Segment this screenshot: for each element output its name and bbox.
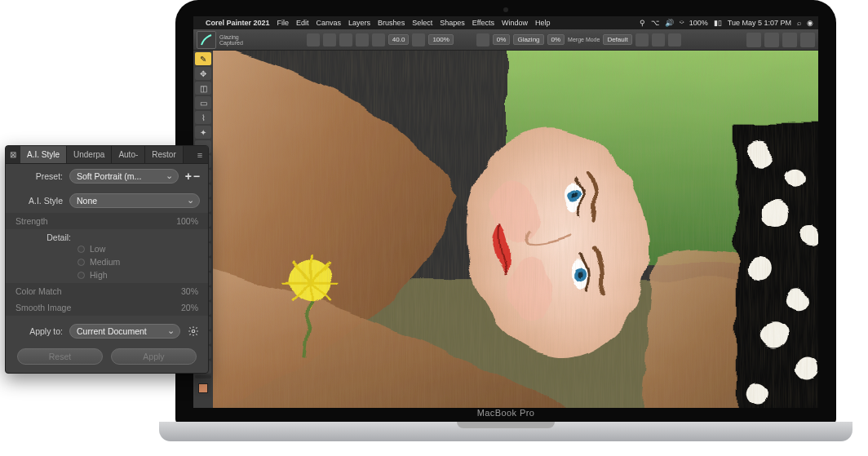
menu-shapes[interactable]: Shapes	[440, 19, 465, 27]
battery-icon[interactable]: ▮▯	[714, 19, 722, 27]
laptop-base	[159, 422, 852, 441]
preset-add-icon[interactable]: +	[185, 170, 192, 183]
quick-brush-icon[interactable]	[800, 33, 815, 47]
brush-name: Captured	[219, 40, 243, 46]
volume-icon[interactable]: 🔊	[665, 19, 674, 27]
tab-ai-style[interactable]: A.I. Style	[20, 146, 67, 163]
color-swatch[interactable]	[195, 380, 211, 396]
search-icon[interactable]: ⌕	[797, 19, 801, 27]
portrait-artwork	[213, 51, 818, 408]
detail-high[interactable]: High	[78, 270, 208, 280]
app-screen: Corel Painter 2021 File Edit Canvas Laye…	[193, 16, 818, 408]
property-bar: Glazing Captured 40.0 100% 0% Glazing 0%	[193, 29, 818, 51]
brush-category-label: Glazing	[219, 34, 243, 40]
merge-opt3[interactable]	[668, 33, 681, 46]
style-row: A.I. Style None	[6, 188, 208, 213]
spacing-icon[interactable]	[356, 33, 369, 46]
reset-button[interactable]: Reset	[17, 348, 103, 365]
menu-layers[interactable]: Layers	[348, 19, 370, 27]
preset-label: Preset:	[14, 171, 63, 181]
preset-row: Preset: Soft Portrait (m... + −	[6, 164, 208, 188]
angle-icon[interactable]	[372, 33, 385, 46]
menu-window[interactable]: Window	[502, 19, 528, 27]
opacity-icon[interactable]	[412, 33, 425, 46]
siri-icon[interactable]: ◉	[807, 19, 813, 27]
toolbar-quick-icons	[746, 33, 815, 47]
tab-underpainting[interactable]: Underpa	[67, 146, 112, 163]
spotlight-icon[interactable]: ⚲	[640, 19, 645, 27]
detail-medium[interactable]: Medium	[78, 257, 208, 267]
gear-icon[interactable]	[187, 325, 200, 338]
strength-value: 100%	[176, 216, 198, 226]
tab-restoration[interactable]: Restor	[145, 146, 183, 163]
tool-move[interactable]: ✥	[195, 67, 211, 80]
applyto-select[interactable]: Current Document	[69, 324, 180, 339]
apply-button[interactable]: Apply	[111, 348, 197, 365]
bleed-field[interactable]: 0%	[547, 34, 565, 45]
close-icon[interactable]: ⊠	[6, 146, 20, 163]
tool-lasso[interactable]: ⌇	[195, 111, 211, 124]
canvas[interactable]	[213, 51, 818, 408]
mac-status-area: ⚲ ⌥ 🔊 ⌔ 100% ▮▯ Tue May 5 1:07 PM ⌕ ◉	[640, 19, 813, 27]
style-label: A.I. Style	[14, 196, 63, 206]
menu-select[interactable]: Select	[412, 19, 432, 27]
brush-info[interactable]: Glazing Captured	[219, 34, 243, 46]
quick-save-icon[interactable]	[782, 33, 797, 47]
stroke-icon[interactable]	[323, 33, 336, 46]
laptop-camera	[503, 7, 508, 12]
menu-canvas[interactable]: Canvas	[317, 19, 342, 27]
tool-divider	[195, 375, 211, 379]
detail-row: Detail:	[6, 229, 208, 242]
menu-edit[interactable]: Edit	[296, 19, 309, 27]
wifi-icon[interactable]: ⌔	[680, 19, 684, 27]
resat-icon[interactable]	[476, 33, 489, 46]
smooth-row: Smooth Image 20%	[6, 299, 208, 316]
style-select[interactable]: None	[69, 193, 200, 208]
menu-effects[interactable]: Effects	[472, 19, 494, 27]
merge-mode-select[interactable]: Default	[603, 34, 631, 45]
ai-style-panel[interactable]: ⊠ A.I. Style Underpa Auto- Restor ≡ Pres…	[5, 145, 209, 374]
laptop-brand-label: MacBook Pro	[477, 408, 534, 418]
laptop-mockup: Corel Painter 2021 File Edit Canvas Laye…	[159, 0, 852, 455]
smooth-value: 20%	[181, 303, 198, 312]
radio-icon	[78, 259, 85, 266]
colormatch-value: 30%	[181, 286, 198, 296]
svg-rect-31	[213, 51, 818, 408]
preset-remove-icon[interactable]: −	[193, 170, 200, 183]
preset-select[interactable]: Soft Portrait (m...	[69, 169, 179, 184]
jitter-icon[interactable]	[339, 33, 352, 46]
panel-menu-icon[interactable]: ≡	[192, 146, 208, 163]
brush-category-thumb[interactable]	[197, 31, 216, 49]
dab-icon[interactable]	[307, 33, 320, 46]
colormatch-row: Color Match 30%	[6, 283, 208, 299]
mac-menubar: Corel Painter 2021 File Edit Canvas Laye…	[193, 16, 818, 29]
quick-open-icon[interactable]	[764, 33, 779, 47]
laptop-notch	[457, 422, 555, 428]
wifi-percent: 100%	[689, 19, 708, 27]
merge-opt1[interactable]	[636, 33, 649, 46]
strength-label: Strength	[16, 216, 176, 226]
applyto-label: Apply to:	[14, 326, 63, 336]
detail-low[interactable]: Low	[78, 244, 208, 254]
quick-new-icon[interactable]	[746, 33, 761, 47]
control-center-icon[interactable]: ⌥	[651, 19, 659, 27]
tool-wand[interactable]: ✦	[195, 126, 211, 139]
tab-auto[interactable]: Auto-	[112, 146, 145, 163]
radio-icon	[78, 246, 85, 253]
menu-file[interactable]: File	[277, 19, 290, 27]
tool-crop[interactable]: ◫	[195, 82, 211, 95]
menu-help[interactable]: Help	[535, 19, 551, 27]
size-field[interactable]: 40.0	[388, 34, 410, 45]
detail-radio-group: Low Medium High	[6, 242, 208, 283]
clock: Tue May 5 1:07 PM	[728, 19, 791, 27]
app-name[interactable]: Corel Painter 2021	[206, 19, 270, 27]
merge-opt2[interactable]	[652, 33, 665, 46]
opacity-field[interactable]: 100%	[428, 34, 453, 45]
tool-brush[interactable]: ✎	[195, 52, 211, 65]
colormatch-label: Color Match	[16, 286, 181, 296]
resat-field[interactable]: 0%	[493, 34, 511, 45]
menu-brushes[interactable]: Brushes	[378, 19, 405, 27]
detail-label: Detail:	[14, 232, 71, 242]
strength-row: Strength 100%	[6, 213, 208, 229]
tool-select-rect[interactable]: ▭	[195, 96, 211, 109]
